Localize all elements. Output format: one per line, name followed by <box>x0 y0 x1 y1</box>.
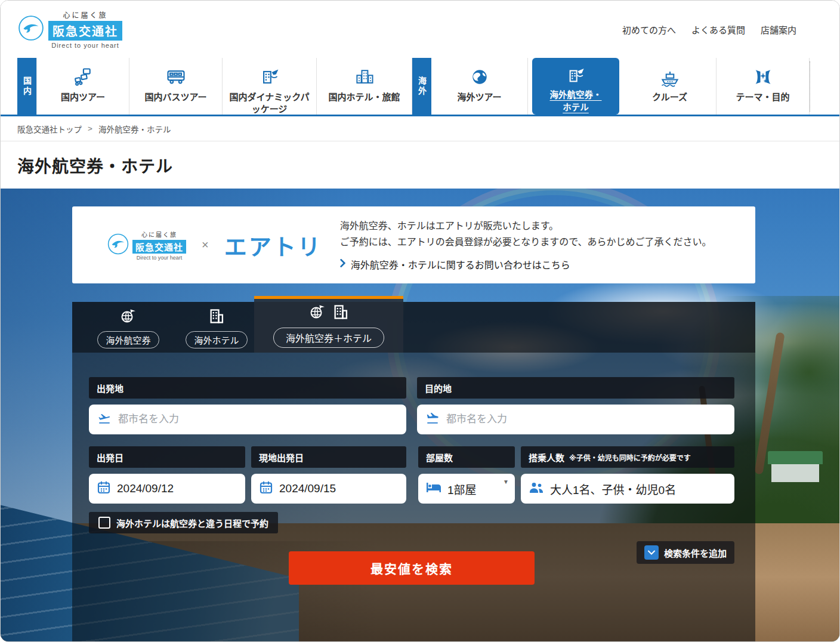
header-links: 初めての方へ よくある質問 店舗案内 <box>622 23 796 36</box>
different-dates-checkbox-row[interactable]: 海外ホテルは航空券と違う日程で予約 <box>89 512 278 533</box>
nav-overseas-tab[interactable]: 海外 <box>412 58 431 115</box>
nav-item-cruise[interactable]: クルーズ <box>623 58 717 115</box>
nav-item-domestic-bus-tour[interactable]: 国内バスツアー <box>129 58 223 115</box>
tab-overseas-flight[interactable]: 海外航空券 <box>89 308 168 348</box>
nav-item-domestic-tour[interactable]: 国内ツアー <box>36 58 129 115</box>
breadcrumb-separator: > <box>88 124 92 133</box>
nav-domestic-tab[interactable]: 国内 <box>17 58 36 115</box>
local-departure-date-group: 現地出発日 2024/09/15 <box>251 446 406 504</box>
nav-item-domestic-hotel[interactable]: 国内ホテル・旅館 <box>317 58 412 115</box>
destination-label: 目的地 <box>417 377 734 399</box>
main-nav: 国内 国内ツアー 国内バスツアー 国内ダイナミックパッケージ 国内ホテル・旅館 <box>1 58 839 116</box>
people-icon <box>529 482 544 496</box>
building-icon <box>208 308 225 327</box>
plane-landing-icon <box>425 412 440 427</box>
local-departure-date-value: 2024/09/15 <box>279 482 336 495</box>
bed-icon <box>426 482 441 496</box>
globe-plane-icon <box>308 304 326 323</box>
globe-icon <box>469 65 490 89</box>
breadcrumb-home[interactable]: 阪急交通社トップ <box>17 123 82 135</box>
departure-field-group: 出発地 <box>89 377 406 434</box>
banner-site-logo: 心に届く旅 阪急交通社 Direct to your heart <box>107 230 186 261</box>
building-plane-icon-white <box>564 65 587 87</box>
passengers-value: 大人1名、子供・幼児0名 <box>550 481 676 497</box>
departure-date-group: 出発日 2024/09/12 <box>89 446 245 504</box>
checkbox-unchecked[interactable] <box>98 517 110 529</box>
breadcrumb: 阪急交通社トップ > 海外航空券・ホテル <box>1 116 839 141</box>
add-search-conditions-button[interactable]: 検索条件を追加 <box>637 541 734 564</box>
partner-banner: 心に届く旅 阪急交通社 Direct to your heart × エアトリ … <box>72 206 755 283</box>
train-icon <box>72 65 94 89</box>
inquiry-link[interactable]: 海外航空券・ホテルに関するお問い合わせはこちら <box>340 257 712 271</box>
title-bar: 海外航空券・ホテル <box>1 141 839 189</box>
bird-logo-icon <box>107 233 129 258</box>
departure-date-value: 2024/09/12 <box>117 482 174 495</box>
destination-field-group: 目的地 <box>417 377 734 434</box>
bird-logo-icon <box>17 14 45 44</box>
passengers-group: 搭乗人数 ※子供・幼児も同時に予約が必要です 大人1名、子供・幼児0名 <box>521 446 734 504</box>
logo-subtagline: Direct to your heart <box>51 42 119 49</box>
chevron-right-icon <box>340 259 345 270</box>
globe-plane-icon <box>119 308 137 327</box>
link-stores[interactable]: 店舗案内 <box>761 23 796 36</box>
checkbox-label: 海外ホテルは航空券と違う日程で予約 <box>116 517 268 529</box>
logo-tagline: 心に届く旅 <box>63 10 107 20</box>
nav-item-overseas-tour[interactable]: 海外ツアー <box>431 58 528 115</box>
tab-overseas-hotel[interactable]: 海外ホテル <box>175 308 258 348</box>
destination-input[interactable] <box>446 413 727 425</box>
cruise-ship-icon <box>658 65 682 89</box>
banner-line2: ご予約には、エアトリの会員登録が必要となりますので、あらかじめご了承ください。 <box>340 234 712 250</box>
site-logo[interactable]: 心に届く旅 阪急交通社 Direct to your heart <box>17 10 122 49</box>
plane-takeoff-icon <box>97 412 112 427</box>
rooms-select[interactable]: 1部屋 ▼ <box>418 474 515 504</box>
hero-section: 心に届く旅 阪急交通社 Direct to your heart × エアトリ … <box>1 189 839 642</box>
page: 心に届く旅 阪急交通社 Direct to your heart 初めての方へ … <box>0 0 840 642</box>
rooms-group: 部屋数 1部屋 ▼ <box>418 446 515 504</box>
link-faq[interactable]: よくある質問 <box>691 23 745 36</box>
destination-input-wrap <box>417 405 734 434</box>
rooms-value: 1部屋 <box>447 481 477 497</box>
airtrip-logo: エアトリ <box>224 229 322 261</box>
logo-brand: 阪急交通社 <box>48 21 122 41</box>
local-departure-date-label: 現地出発日 <box>251 446 406 468</box>
chevron-down-icon <box>644 545 659 560</box>
nav-item-overseas-flight-hotel-active[interactable]: 海外航空券・ ホテル <box>532 58 619 115</box>
nav-dotted-divider <box>810 61 810 112</box>
building-plane-icon <box>258 65 282 89</box>
header: 心に届く旅 阪急交通社 Direct to your heart 初めての方へ … <box>1 1 839 58</box>
local-departure-date-picker[interactable]: 2024/09/15 <box>251 474 406 504</box>
departure-date-label: 出発日 <box>89 446 245 468</box>
cross-symbol: × <box>202 238 209 252</box>
page-title: 海外航空券・ホテル <box>17 153 173 177</box>
search-tabbar: 海外航空券 海外ホテル 海外航空券＋ホテル <box>72 302 755 353</box>
departure-input[interactable] <box>118 413 399 425</box>
search-lowest-price-button[interactable]: 最安値を検索 <box>289 551 535 585</box>
search-form-panel: 出発地 目的地 出発日 <box>72 353 755 642</box>
theme-sparkle-icon <box>752 65 774 89</box>
departure-input-wrap <box>89 405 406 434</box>
tab-overseas-flight-hotel-active[interactable]: 海外航空券＋ホテル <box>254 296 403 353</box>
building-icon <box>332 304 349 323</box>
rooms-label: 部屋数 <box>418 446 515 468</box>
departure-date-picker[interactable]: 2024/09/12 <box>89 474 245 504</box>
link-first-time[interactable]: 初めての方へ <box>622 23 676 36</box>
passengers-select[interactable]: 大人1名、子供・幼児0名 <box>521 474 734 504</box>
calendar-icon <box>97 480 111 497</box>
bus-icon <box>164 65 188 89</box>
nav-item-theme[interactable]: テーマ・目的 <box>717 58 810 115</box>
passengers-label: 搭乗人数 <box>529 451 564 464</box>
passengers-note: ※子供・幼児も同時に予約が必要です <box>569 452 691 462</box>
breadcrumb-current: 海外航空券・ホテル <box>98 123 171 135</box>
beach-house <box>768 451 823 464</box>
departure-label: 出発地 <box>89 377 406 399</box>
hotel-icon <box>353 65 376 89</box>
banner-line1: 海外航空券、ホテルはエアトリが販売いたします。 <box>340 218 712 234</box>
nav-item-domestic-dynamic-package[interactable]: 国内ダイナミックパッケージ <box>223 58 317 115</box>
chevron-down-icon: ▼ <box>503 479 509 485</box>
calendar-icon <box>259 480 273 497</box>
